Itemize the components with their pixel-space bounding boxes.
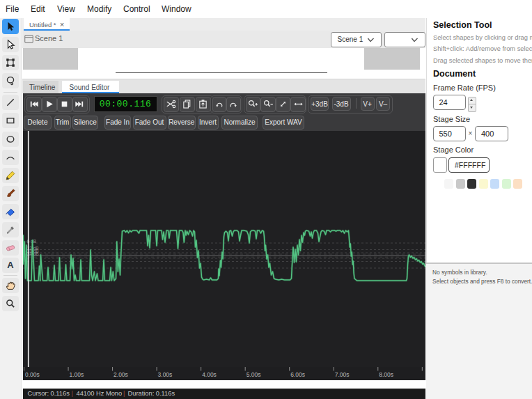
svg-text:8.00s: 8.00s [379, 371, 393, 378]
svg-text:2.00s: 2.00s [114, 371, 128, 378]
svg-text:5.00s: 5.00s [246, 371, 260, 378]
svg-text:3.00s: 3.00s [157, 371, 172, 378]
svg-text:4.00s: 4.00s [202, 371, 217, 378]
svg-text:1.00s: 1.00s [69, 371, 84, 378]
svg-text:6.00s: 6.00s [290, 371, 305, 378]
svg-text:7.00s: 7.00s [334, 371, 349, 378]
svg-text:-6 dB: -6 dB [25, 239, 36, 244]
svg-text:A: A [7, 260, 14, 271]
svg-text:0.00s: 0.00s [24, 371, 39, 378]
